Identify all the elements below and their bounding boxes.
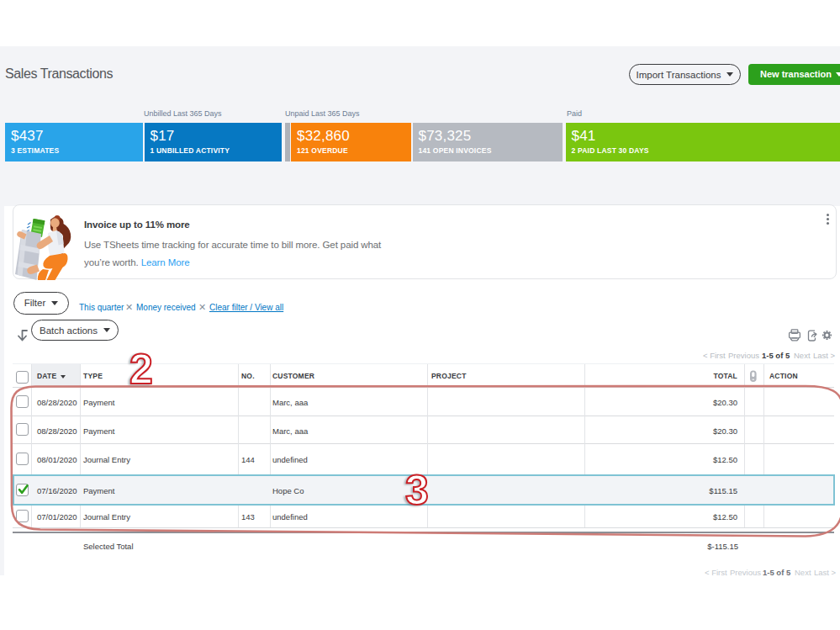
svg-text:2: 2 bbox=[129, 346, 153, 393]
svg-text:3: 3 bbox=[405, 467, 429, 514]
